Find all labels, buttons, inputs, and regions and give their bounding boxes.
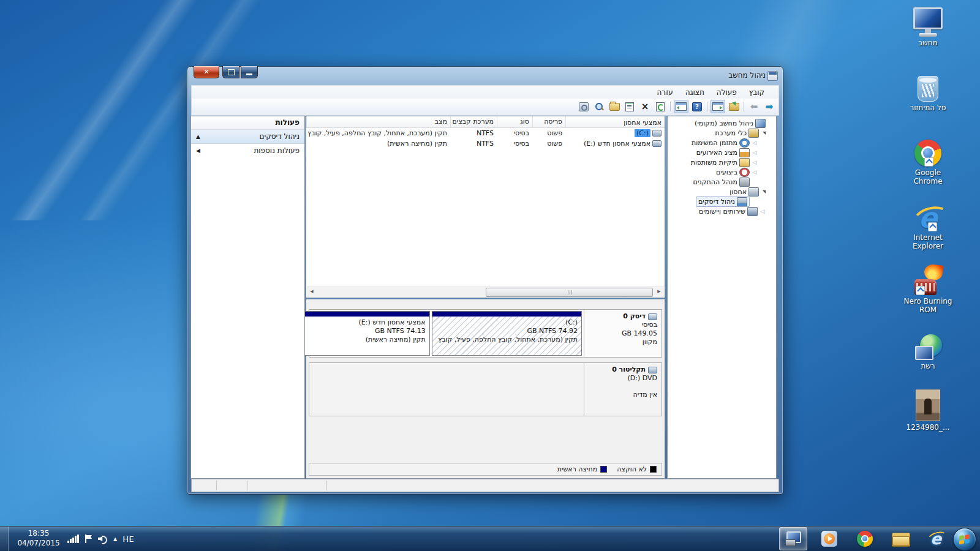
desktop-icon-recycle-bin[interactable]: סל המיחזור <box>902 71 954 112</box>
expander-expanded-icon[interactable] <box>763 132 766 135</box>
toolbar-separator <box>670 102 671 111</box>
legend-primary-partition: מחיצה ראשית <box>557 465 607 473</box>
volume-row-e[interactable]: אמצעי אחסון חדש ‎(E:)‎ פשוט בסיסי NTFS ת… <box>306 138 665 149</box>
desktop-icon-google-chrome[interactable]: Google Chrome <box>902 136 954 186</box>
disk-management-icon <box>737 197 747 206</box>
windows-explorer-icon <box>892 533 909 545</box>
desktop-icon-network[interactable]: רשת <box>902 329 954 370</box>
disk-management-view: אמצעי אחסון פריסה סוג מערכת קבצים מצב (C… <box>306 116 665 479</box>
start-button[interactable] <box>953 528 976 551</box>
toolbar-separator <box>707 102 707 111</box>
disk0-type: בסיסי <box>589 321 657 329</box>
help-icon[interactable]: ? <box>690 100 704 113</box>
tree-item-shared-folders[interactable]: ◁ תיקיות משותפות <box>668 157 776 167</box>
expander-collapsed-icon[interactable]: ◁ <box>760 208 766 214</box>
minimize-button[interactable] <box>241 66 258 78</box>
chrome-icon <box>914 140 941 167</box>
expander-collapsed-icon[interactable]: ◁ <box>752 140 758 146</box>
tree-item-computer-management[interactable]: ניהול מחשב (מקומי) <box>668 118 776 128</box>
show-action-pane-icon[interactable] <box>710 100 725 113</box>
computer-management-window: ניהול מחשב ✕ קובץ פעולה תצוגה עזרה × <box>187 66 783 495</box>
desktop-icon-label: Internet Explorer <box>910 233 946 250</box>
tree-item-storage[interactable]: אחסון <box>668 187 776 197</box>
export-list-icon[interactable] <box>727 100 741 113</box>
expand-left-icon[interactable]: ◀ <box>196 148 200 154</box>
scroll-right-arrow-icon[interactable]: ▶ <box>654 287 664 296</box>
tree-item-device-manager[interactable]: מנהל ההתקנים <box>668 177 776 187</box>
volume-type: בסיסי <box>497 129 532 137</box>
desktop-icon-computer[interactable]: מחשב <box>902 6 954 47</box>
clock-date: 04/07/2015 <box>12 538 65 548</box>
volume-status: תקין (מערכת, אתחול, קובץ החלפה, פעיל, קו… <box>306 129 450 137</box>
refresh-icon[interactable] <box>654 100 667 113</box>
scrollbar-thumb[interactable] <box>486 288 653 297</box>
taskbar-button-computer-management[interactable] <box>779 527 807 550</box>
network-signal-icon[interactable] <box>67 534 79 543</box>
tree-item-system-tools[interactable]: כלי מערכת <box>668 128 776 138</box>
disk0-info[interactable]: דיסק 0 בסיסי GB 149.05 מקוון <box>584 310 662 357</box>
find-icon[interactable] <box>592 100 606 113</box>
statusbar-divider <box>216 481 217 490</box>
titlebar[interactable]: ניהול מחשב ✕ <box>187 67 783 85</box>
computer-management-icon <box>785 531 801 546</box>
expander-collapsed-icon[interactable]: ◁ <box>752 149 758 156</box>
tree-item-performance[interactable]: ◁ ביצועים <box>668 167 776 177</box>
tree-item-label: שירותים ויישומים <box>699 208 745 216</box>
column-header-filesystem[interactable]: מערכת קבצים <box>450 116 497 127</box>
actions-item-more-actions[interactable]: פעולות נוספות ◀ <box>191 144 304 157</box>
expander-expanded-icon[interactable] <box>763 190 766 193</box>
tree-item-task-scheduler[interactable]: ◁ מתזמן המשימות <box>668 138 776 148</box>
show-hidden-icons-chevron[interactable]: ▲ <box>113 536 117 542</box>
volume-icon[interactable] <box>98 534 108 543</box>
actions-item-disk-management[interactable]: ניהול דיסקים ▲ <box>191 130 304 144</box>
taskbar-button-google-chrome[interactable] <box>851 528 878 550</box>
expander-collapsed-icon[interactable]: ◁ <box>752 169 758 175</box>
tree-item-services-applications[interactable]: ◁ שירותים ויישומים <box>668 206 776 216</box>
volume-row-c[interactable]: (C:) פשוט בסיסי NTFS תקין (מערכת, אתחול,… <box>306 128 665 138</box>
back-icon[interactable]: ➡ <box>763 100 776 113</box>
tree-item-disk-management[interactable]: ניהול דיסקים <box>668 197 776 206</box>
scroll-left-arrow-icon[interactable]: ◀ <box>307 287 317 296</box>
column-header-layout[interactable]: פריסה <box>532 116 565 127</box>
volume-filesystem: NTFS <box>450 140 497 148</box>
properties-icon[interactable] <box>623 100 636 113</box>
taskbar-button-internet-explorer[interactable]: e <box>922 528 949 550</box>
desktop-icon-photo[interactable]: 1234980_... <box>902 388 954 432</box>
tree-item-label: ביצועים <box>716 168 737 176</box>
partition-c[interactable]: (C:) GB NTFS 74.92 תקין (מערכת, אתחול, ק… <box>432 311 582 356</box>
column-header-volume[interactable]: אמצעי אחסון <box>565 116 665 127</box>
delete-icon[interactable]: × <box>638 100 652 113</box>
forward-icon[interactable]: ⬅ <box>747 100 761 113</box>
horizontal-scrollbar[interactable]: ◀ ▶ <box>307 287 664 297</box>
menu-view[interactable]: תצוגה <box>680 87 710 98</box>
tree-item-event-viewer[interactable]: ◁ מציג האירועים <box>668 148 776 157</box>
menubar: קובץ פעולה תצוגה עזרה <box>191 85 779 100</box>
language-indicator[interactable]: HE <box>123 534 134 544</box>
menu-help[interactable]: עזרה <box>652 87 679 98</box>
column-header-type[interactable]: סוג <box>497 116 532 127</box>
taskbar-button-windows-media-player[interactable] <box>816 528 843 550</box>
desktop-icon-nero[interactable]: Nero Burning ROM <box>902 264 954 314</box>
volume-layout: פשוט <box>532 129 565 137</box>
tree-item-label: תיקיות משותפות <box>691 159 737 167</box>
shortcut-arrow-icon <box>916 286 925 295</box>
menu-action[interactable]: פעולה <box>711 87 742 98</box>
desktop-icon-internet-explorer[interactable]: e Internet Explorer <box>902 201 954 250</box>
show-console-tree-icon[interactable] <box>674 100 688 113</box>
maximize-button[interactable] <box>222 66 239 78</box>
column-header-status[interactable]: מצב <box>306 116 450 127</box>
collapse-up-icon[interactable]: ▲ <box>196 133 200 140</box>
settings-icon[interactable] <box>577 100 590 113</box>
close-button[interactable]: ✕ <box>194 66 219 78</box>
shared-folders-icon <box>739 158 750 167</box>
disk0-size: GB 149.05 <box>589 329 657 338</box>
menu-file[interactable]: קובץ <box>744 87 770 98</box>
open-folder-icon[interactable] <box>608 100 621 113</box>
show-desktop-button[interactable] <box>0 527 9 551</box>
taskbar-clock[interactable]: 18:35 04/07/2015 <box>12 528 65 548</box>
expander-collapsed-icon[interactable]: ◁ <box>752 159 758 165</box>
chrome-icon <box>857 531 873 547</box>
cdrom-info[interactable]: תקליטור 0 (D:) DVD אין מדיה <box>584 363 662 416</box>
action-center-flag-icon[interactable] <box>85 534 92 543</box>
taskbar-button-windows-explorer[interactable] <box>887 528 914 550</box>
